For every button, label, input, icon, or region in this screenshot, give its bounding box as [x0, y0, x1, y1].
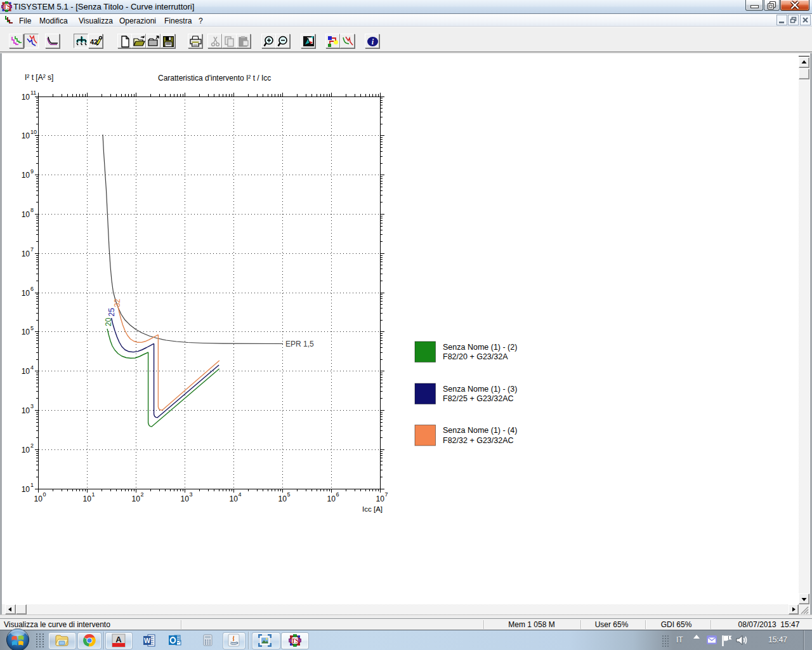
svg-text:2: 2 [141, 491, 144, 498]
svg-text:6: 6 [336, 491, 339, 498]
svg-text:10: 10 [22, 446, 30, 454]
svg-text:10: 10 [376, 494, 385, 503]
svg-text:10: 10 [22, 249, 30, 258]
svg-text:Senza Nome (1) - (4): Senza Nome (1) - (4) [443, 426, 517, 435]
svg-text:1: 1 [30, 482, 34, 488]
svg-text:20: 20 [104, 317, 113, 326]
svg-text:5: 5 [287, 491, 291, 498]
svg-text:32: 32 [113, 298, 122, 307]
svg-text:F82/32 + G23/32AC: F82/32 + G23/32AC [443, 436, 514, 445]
svg-text:10: 10 [22, 131, 30, 140]
svg-text:0: 0 [43, 491, 46, 498]
svg-text:A: A [115, 635, 122, 644]
svg-text:10: 10 [278, 494, 287, 503]
svg-text:Senza Nome (1) - (2): Senza Nome (1) - (2) [443, 343, 517, 352]
svg-text:25: 25 [107, 308, 116, 317]
svg-text:EPR 1,5: EPR 1,5 [285, 340, 314, 348]
svg-text:I² t [A² s]: I² t [A² s] [25, 73, 53, 82]
svg-text:Caratteristica d'intervento I²: Caratteristica d'intervento I² t / Icc [158, 74, 271, 83]
svg-text:F82/25 + G23/32AC: F82/25 + G23/32AC [443, 394, 514, 403]
svg-text:7: 7 [30, 246, 34, 253]
svg-text:1: 1 [92, 491, 95, 498]
svg-text:9: 9 [30, 168, 34, 175]
svg-text:10: 10 [30, 129, 37, 135]
svg-text:2: 2 [30, 442, 34, 449]
svg-text:10: 10 [181, 494, 190, 503]
svg-text:6: 6 [30, 286, 34, 292]
svg-text:3: 3 [190, 491, 193, 498]
svg-text:10: 10 [22, 93, 30, 102]
svg-text:10: 10 [22, 210, 30, 219]
svg-text:10: 10 [22, 367, 30, 376]
svg-text:Icc [A]: Icc [A] [362, 505, 383, 513]
svg-text:W: W [144, 637, 150, 644]
svg-text:4: 4 [239, 491, 242, 498]
svg-text:10: 10 [327, 494, 336, 503]
svg-text:10: 10 [22, 485, 30, 494]
svg-text:10: 10 [83, 494, 92, 503]
svg-text:10: 10 [22, 289, 30, 298]
svg-text:4: 4 [30, 364, 34, 371]
svg-text:10: 10 [230, 494, 239, 503]
svg-text:F82/20 + G23/32A: F82/20 + G23/32A [443, 352, 508, 361]
svg-text:10: 10 [34, 494, 43, 503]
svg-text:Senza Nome (1) - (3): Senza Nome (1) - (3) [443, 385, 517, 394]
svg-text:7: 7 [385, 491, 388, 498]
svg-text:10: 10 [22, 406, 30, 415]
svg-text:5: 5 [30, 325, 34, 331]
svg-text:3: 3 [30, 403, 34, 409]
svg-text:10: 10 [22, 171, 30, 180]
svg-text:8: 8 [30, 207, 34, 213]
svg-text:11: 11 [30, 90, 36, 96]
svg-text:10: 10 [22, 328, 30, 336]
svg-text:10: 10 [132, 494, 141, 503]
svg-text:TS: TS [291, 637, 299, 644]
